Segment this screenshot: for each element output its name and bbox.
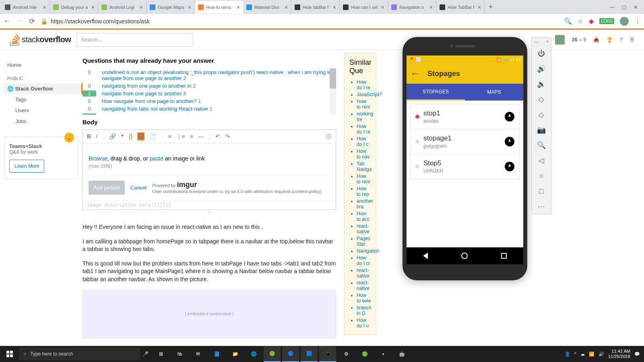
similar-link[interactable]: How do I re bbox=[357, 79, 371, 90]
similar-link[interactable]: How to nav bbox=[357, 148, 371, 160]
snippet-button[interactable]: 📄 bbox=[149, 133, 156, 140]
similar-link[interactable]: branch in G bbox=[357, 305, 371, 316]
sidebar-item-home[interactable]: Home bbox=[4, 60, 83, 70]
store-icon[interactable]: 🛍 bbox=[171, 346, 188, 362]
close-icon[interactable]: × bbox=[381, 4, 384, 10]
sidebar-item-stackoverflow[interactable]: 🌐 Stack Overflow bbox=[4, 83, 83, 94]
new-tab-button[interactable]: + bbox=[485, 0, 497, 14]
network-icon[interactable]: 📶 bbox=[589, 352, 594, 357]
similar-link[interactable]: working tre bbox=[357, 111, 371, 122]
volume-down-icon[interactable]: 🔉 bbox=[532, 76, 551, 92]
similar-link[interactable]: How do I c bbox=[357, 136, 371, 147]
similar-link[interactable]: How to rep bbox=[357, 186, 371, 197]
close-icon[interactable]: × bbox=[188, 4, 191, 10]
similar-link[interactable]: another bra bbox=[357, 198, 371, 210]
minimize-icon[interactable]: — bbox=[610, 4, 615, 10]
olist-button[interactable]: ≡ bbox=[168, 133, 171, 140]
edge-icon[interactable]: 🌐 bbox=[245, 346, 262, 362]
close-icon[interactable]: × bbox=[140, 4, 143, 10]
scrollbar[interactable] bbox=[330, 68, 336, 115]
sidebar-item-jobs[interactable]: Jobs bbox=[4, 116, 83, 127]
extension-icon[interactable]: ◆ bbox=[589, 17, 594, 25]
close-icon[interactable]: × bbox=[478, 4, 481, 10]
link-button[interactable]: 🔗 bbox=[109, 133, 116, 140]
similar-link[interactable]: How to sele bbox=[357, 292, 371, 304]
camera-icon[interactable]: 📷 bbox=[532, 122, 551, 138]
similar-link[interactable]: react-native bbox=[357, 280, 371, 291]
image-button[interactable]: 🖼 bbox=[137, 132, 144, 140]
similar-link[interactable]: JavaScript? bbox=[357, 92, 371, 97]
overview-icon[interactable]: □ bbox=[532, 183, 551, 199]
people-icon[interactable]: 👤 bbox=[565, 352, 570, 357]
tray-chevron[interactable]: ^ bbox=[574, 352, 576, 356]
similar-question-link[interactable]: How navigate from one page to another? 1 bbox=[102, 98, 336, 104]
similar-question-link[interactable]: Show loading when navigate from one view… bbox=[102, 113, 336, 115]
browser-tab[interactable]: Google Maps× bbox=[147, 1, 195, 14]
reload-button[interactable]: ⟳ bbox=[29, 17, 35, 26]
mic-icon[interactable]: 🎤 bbox=[142, 351, 149, 357]
mail-icon[interactable]: ✉ bbox=[190, 346, 206, 362]
android-recents[interactable] bbox=[501, 253, 507, 259]
extension-icon[interactable]: CORS bbox=[599, 18, 614, 24]
similar-question-link[interactable]: navigating from tabs not working React-n… bbox=[102, 106, 336, 112]
sidebar-item-users[interactable]: Users bbox=[4, 105, 83, 116]
close-icon[interactable]: × bbox=[333, 4, 336, 10]
android-home[interactable] bbox=[461, 253, 468, 259]
similar-link[interactable]: How to rem bbox=[357, 99, 371, 110]
vscode-icon[interactable]: 🟦 bbox=[301, 346, 318, 362]
sidebar-item-tags[interactable]: Tags bbox=[4, 94, 83, 105]
zoom-icon[interactable]: 🔍 bbox=[532, 138, 551, 153]
maximize-icon[interactable]: ▢ bbox=[622, 4, 626, 10]
explorer-icon[interactable]: 📁 bbox=[227, 346, 244, 362]
back-icon[interactable]: ← bbox=[411, 68, 419, 79]
hr-button[interactable]: — bbox=[198, 133, 204, 140]
similar-link[interactable]: Tab Naviga bbox=[357, 161, 371, 172]
home-icon[interactable]: ○ bbox=[532, 168, 551, 183]
site-logo[interactable]: stackoverflow bbox=[10, 34, 71, 46]
help-icon[interactable]: ? bbox=[620, 37, 623, 43]
browser-tab[interactable]: Hide tabBar f× bbox=[291, 1, 340, 14]
tab-stopages[interactable]: STOPAGES bbox=[407, 84, 465, 101]
volume-up-icon[interactable]: 🔊 bbox=[532, 61, 551, 76]
quote-button[interactable]: ❝ bbox=[121, 133, 124, 140]
reputation[interactable]: 26 ●9 bbox=[572, 37, 586, 43]
star-icon[interactable]: ☆ bbox=[578, 17, 583, 25]
close-icon[interactable]: × bbox=[546, 39, 549, 44]
italic-button[interactable]: I bbox=[96, 133, 97, 140]
terminal-icon[interactable]: ▪ bbox=[375, 346, 392, 362]
undo-button[interactable]: ↶ bbox=[215, 133, 220, 140]
forward-button[interactable]: → bbox=[16, 17, 23, 25]
taskbar-search[interactable]: ○ Type here to search bbox=[19, 348, 140, 360]
more-icon[interactable]: ⋯ bbox=[532, 199, 551, 214]
close-icon[interactable]: × bbox=[429, 4, 433, 10]
similar-link[interactable]: How to rem bbox=[357, 173, 371, 185]
similar-question-link[interactable]: navigate from one page to another 8 bbox=[102, 90, 336, 97]
app-icon[interactable]: 🟢 bbox=[356, 346, 373, 362]
zoom-icon[interactable]: 🔍 bbox=[564, 17, 572, 25]
android-studio-icon[interactable]: 🟢 bbox=[264, 346, 281, 362]
similar-link[interactable]: How to acc bbox=[357, 211, 371, 222]
browser-tab[interactable]: How can I sel× bbox=[340, 1, 388, 14]
close-icon[interactable]: × bbox=[285, 4, 288, 10]
rotate-right-icon[interactable]: ◇ bbox=[532, 107, 551, 122]
similar-link[interactable]: How do I u bbox=[357, 317, 371, 329]
volume-icon[interactable]: 🔊 bbox=[599, 352, 604, 357]
minimize-icon[interactable]: — bbox=[534, 39, 539, 44]
profile-avatar[interactable] bbox=[620, 17, 629, 26]
heading-button[interactable]: ≡ bbox=[190, 133, 193, 140]
rotate-left-icon[interactable]: ◇ bbox=[532, 92, 551, 107]
onedrive-icon[interactable]: ☁ bbox=[580, 352, 585, 357]
search-input[interactable]: Search… bbox=[76, 33, 193, 47]
compass-icon[interactable] bbox=[505, 137, 514, 146]
browser-tab[interactable]: Android Logi× bbox=[98, 1, 147, 14]
similar-link[interactable]: How do I re bbox=[357, 123, 371, 135]
site-switcher-icon[interactable]: ☰ bbox=[630, 37, 634, 43]
browser-tab[interactable]: Navigation o× bbox=[388, 1, 436, 14]
back-button[interactable]: ← bbox=[3, 17, 10, 25]
inbox-icon[interactable]: 📥 bbox=[593, 37, 599, 43]
close-icon[interactable]: × bbox=[43, 4, 46, 10]
paste-link[interactable]: paste bbox=[150, 155, 163, 162]
similar-link[interactable]: Pages Star bbox=[357, 236, 371, 247]
similar-link[interactable]: react-native bbox=[357, 223, 371, 234]
cancel-link[interactable]: Cancel bbox=[130, 185, 147, 191]
